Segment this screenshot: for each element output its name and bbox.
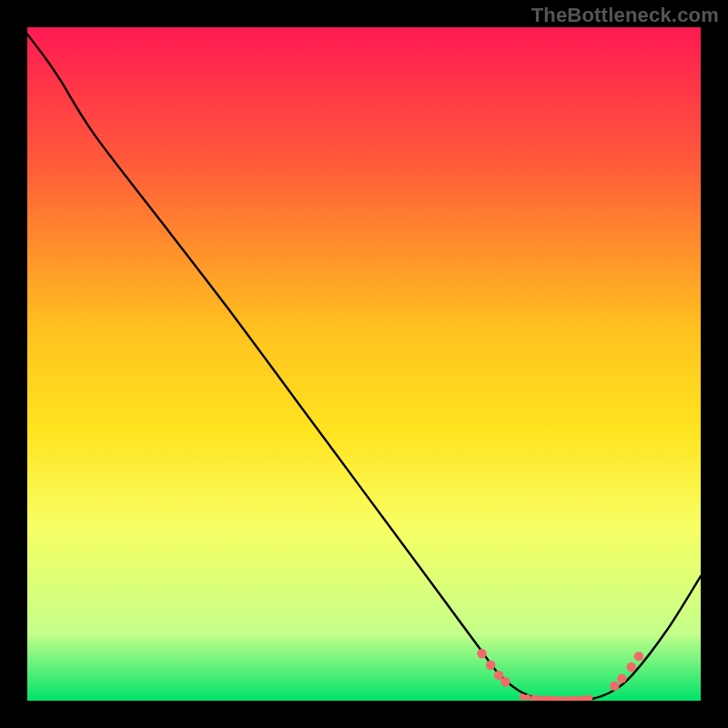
- gradient-background: [27, 27, 701, 701]
- data-marker: [627, 662, 636, 672]
- data-marker: [520, 693, 526, 700]
- data-marker: [610, 682, 619, 691]
- chart-plot-area: [27, 27, 701, 701]
- data-marker: [477, 649, 486, 658]
- data-marker: [494, 671, 503, 680]
- data-marker: [486, 661, 495, 670]
- data-marker: [524, 694, 531, 701]
- chart-stage: TheBottleneck.com: [0, 0, 728, 728]
- watermark-text: TheBottleneck.com: [531, 4, 719, 27]
- data-marker: [500, 677, 510, 686]
- data-marker: [634, 652, 643, 661]
- chart-svg: [27, 27, 701, 701]
- data-marker: [617, 673, 626, 682]
